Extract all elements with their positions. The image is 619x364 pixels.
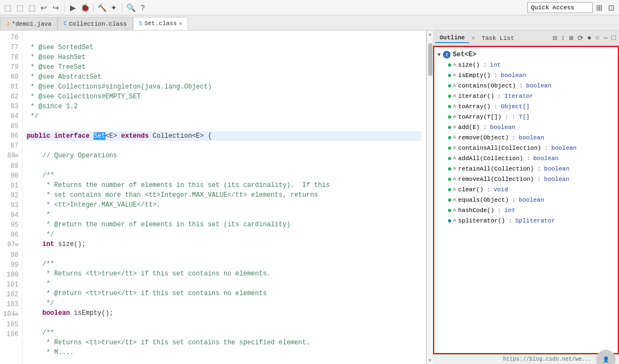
run-btn[interactable]: ▶	[67, 2, 78, 13]
line-83: */	[27, 113, 39, 120]
toolbar-btn-2[interactable]: ⬚	[14, 2, 25, 13]
outline-icon-sync[interactable]: ⟳	[576, 33, 585, 43]
tab-collection-label: Collection.class	[69, 21, 127, 27]
method-separator: :	[519, 81, 523, 91]
outline-method-item[interactable]: ●AtoArray(T[]) : : T[]	[436, 112, 616, 122]
method-type-label: void	[494, 185, 508, 195]
outline-method-item[interactable]: ●Aadd(E) : boolean	[436, 122, 616, 133]
outline-method-item[interactable]: ●AcontainsAll(Collection) : boolean	[436, 143, 616, 154]
outline-icon-sort-alpha[interactable]: ↕	[560, 33, 567, 43]
scroll-thumb[interactable]	[428, 43, 433, 76]
method-type-label: boolean	[526, 81, 551, 91]
method-dot-icon: ●	[447, 102, 452, 111]
tab-collection[interactable]: C Collection.class	[57, 17, 133, 30]
method-access-icon: A	[453, 123, 456, 132]
method-name-label: spliterator()	[458, 216, 505, 226]
line-76: * @see SortedSet	[27, 44, 94, 51]
outline-icon-dot2[interactable]: ○	[594, 33, 601, 43]
outline-method-item[interactable]: ●AhashCode() : int	[436, 206, 616, 216]
tab-set[interactable]: S Set.class ✕	[133, 17, 188, 30]
quick-access-box[interactable]: Quick Access	[527, 2, 593, 13]
outline-method-item[interactable]: ●AaddAll(Collection) : boolean	[436, 154, 616, 164]
method-type-label: Spliterator	[515, 216, 555, 226]
method-dot-icon: ●	[447, 71, 452, 80]
outline-icon-collapse[interactable]: ⊟	[552, 33, 558, 43]
method-access-icon: A	[453, 185, 456, 195]
toolbar-btn-4[interactable]: ↩	[38, 2, 49, 13]
tab-demo1[interactable]: J *demo1.java	[0, 17, 57, 30]
vertical-scrollbar[interactable]: ▲ ▼	[427, 31, 433, 364]
fold-icon-104[interactable]: ⊖	[15, 312, 19, 318]
outline-root[interactable]: ▼ I Set<E>	[436, 50, 616, 59]
method-name-label: toArray(T[])	[458, 113, 501, 122]
outline-method-item[interactable]: ●AisEmpty() : boolean	[436, 71, 616, 81]
fold-icon-97[interactable]: ⊖	[15, 242, 19, 248]
interface-icon: I	[443, 51, 451, 58]
code-area[interactable]: * @see SortedSet * @see HashSet * @see T…	[22, 31, 426, 364]
method-name-label: isEmpty()	[458, 71, 490, 80]
build-btn[interactable]: 🔨	[96, 2, 107, 13]
method-name-label: retainAll(Collection)	[458, 165, 534, 174]
line-102: boolean isEmpty();	[27, 309, 113, 317]
outline-method-item[interactable]: ●Aclear() : void	[436, 185, 616, 195]
sep-2	[93, 3, 94, 12]
debug-btn[interactable]: 🐞	[79, 2, 90, 13]
line-100: * @return <tt>true</tt> if this set cont…	[27, 290, 267, 297]
quick-access-label: Quick Access	[531, 4, 574, 11]
main: 76 77 78 79 80 81 82 83 84 85 86 87 88⊖ …	[0, 31, 619, 364]
method-type-label: boolean	[519, 196, 544, 205]
expand-icon[interactable]: ▼	[437, 52, 441, 58]
perspective-btn[interactable]: ⊞	[594, 2, 605, 13]
method-access-icon: A	[453, 175, 456, 184]
tab-bar: J *demo1.java C Collection.class S Set.c…	[0, 15, 619, 31]
outline-method-item[interactable]: ●AremoveAll(Collection) : boolean	[436, 174, 616, 185]
line-80: * @see Collections#singleton(java.lang.O…	[27, 83, 212, 91]
method-name-label: hashCode()	[458, 206, 494, 215]
method-separator: :	[512, 133, 516, 143]
outline-content[interactable]: ▼ I Set<E> ●Asize() : int●AisEmpty() : b…	[433, 46, 619, 354]
tab-set-close-icon[interactable]: ✕	[179, 20, 182, 27]
outline-icon-minimize[interactable]: —	[602, 33, 609, 43]
method-separator: :	[537, 175, 541, 184]
scroll-down-arrow[interactable]: ▼	[428, 357, 433, 364]
method-dot-icon: ●	[447, 206, 452, 215]
outline-method-item[interactable]: ●Asize() : int	[436, 60, 616, 71]
line-98: * Returns <tt>true</tt> if this set cont…	[27, 270, 271, 278]
method-dot-icon: ●	[447, 123, 452, 132]
outline-method-item[interactable]: ●AretainAll(Collection) : boolean	[436, 164, 616, 174]
outline-root-name: Set<E>	[453, 51, 476, 58]
method-dot-icon: ●	[447, 196, 452, 205]
outline-method-item[interactable]: ●AtoArray() : Object[]	[436, 102, 616, 112]
outline-method-item[interactable]: ●Acontains(Object) : boolean	[436, 81, 616, 91]
method-separator: :	[487, 185, 490, 195]
toolbar-btn-5[interactable]: ↪	[50, 2, 61, 13]
outline-method-item[interactable]: ●Aiterator() : Iterator	[436, 91, 616, 102]
search-btn[interactable]: 🔍	[125, 2, 136, 13]
tab-outline[interactable]: Outline	[435, 33, 469, 43]
outline-icon-dot1[interactable]: ●	[586, 33, 593, 43]
outline-method-item[interactable]: ●Aspliterator() : Spliterator	[436, 216, 616, 226]
outline-icon-filter[interactable]: ⊞	[568, 33, 575, 43]
method-name-label: add(E)	[458, 123, 480, 132]
method-type-label: boolean	[551, 144, 576, 153]
editor-scroll-area[interactable]: 76 77 78 79 80 81 82 83 84 85 86 87 88⊖ …	[0, 31, 426, 364]
outline-method-item[interactable]: ●Aremove(Object) : boolean	[436, 133, 616, 143]
outline-method-item[interactable]: ●Aequals(Object) : boolean	[436, 195, 616, 206]
tab-demo1-icon: J	[6, 21, 10, 27]
outline-icon-maximize[interactable]: □	[610, 33, 617, 43]
clean-btn[interactable]: ✦	[108, 2, 119, 13]
method-type-label: int	[504, 206, 515, 215]
scroll-up-arrow[interactable]: ▲	[428, 31, 433, 38]
tab-task-list[interactable]: Task List	[477, 34, 518, 43]
window-btn[interactable]: ⊡	[606, 2, 617, 13]
line-93: * @return the number of elements in this…	[27, 221, 290, 228]
method-type-label: Iterator	[504, 92, 533, 101]
method-dot-icon: ●	[447, 81, 452, 91]
tab-demo1-label: *demo1.java	[12, 21, 52, 27]
help-btn[interactable]: ?	[137, 2, 148, 13]
method-separator: :	[545, 144, 548, 153]
fold-icon-88[interactable]: ⊖	[15, 153, 19, 159]
toolbar-btn-3[interactable]: ⬚	[26, 2, 37, 13]
right-panel: Outline ✕ Task List ⊟ ↕ ⊞ ⟳ ● ○ — □ ▼ I …	[433, 31, 619, 364]
toolbar-btn-1[interactable]: ⬚	[2, 2, 13, 13]
